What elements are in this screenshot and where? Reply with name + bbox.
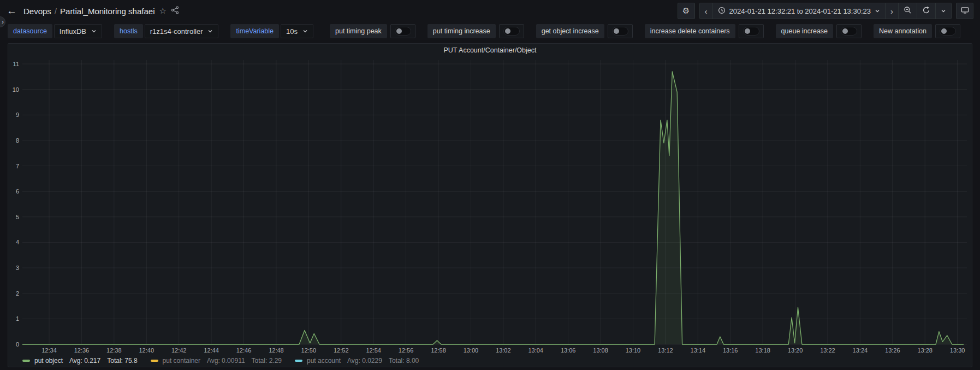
time-shift-back-button[interactable]: ‹: [700, 3, 712, 19]
x-tick-label: 12:44: [204, 347, 219, 354]
x-tick-label: 12:34: [41, 347, 57, 354]
breadcrumb-current[interactable]: Partial_Monitoring shafaei: [60, 7, 155, 16]
x-tick-label: 13:08: [593, 347, 608, 354]
x-tick-label: 13:20: [788, 347, 803, 354]
legend-swatch: [22, 360, 30, 362]
toggle-track: [841, 27, 857, 36]
legend-item-put-container[interactable]: put containerAvg: 0.00911Total: 2.29: [151, 357, 282, 365]
variable-value-dropdown[interactable]: r1z1s4-controller: [145, 24, 219, 38]
chevron-right-icon: ›: [2, 18, 4, 26]
toggle-label: get object increase: [536, 24, 604, 38]
toggle-track: [743, 27, 759, 36]
x-tick-label: 12:56: [399, 347, 414, 354]
time-range-picker[interactable]: 2024-01-21 12:32:21 to 2024-01-21 13:30:…: [712, 3, 886, 19]
legend-avg-value: Avg: 0.00911: [207, 357, 245, 365]
x-tick-label: 13:24: [853, 347, 868, 354]
variable-timevariable: timeVariable10s: [230, 24, 313, 38]
refresh-interval-dropdown[interactable]: [935, 3, 951, 19]
refresh-button[interactable]: [917, 3, 935, 19]
y-tick-label: 6: [16, 188, 19, 195]
toggle-group-put-timing-peak: put timing peak: [330, 24, 415, 38]
chevron-left-icon: ‹: [705, 7, 708, 16]
toggle-group-queue-increase: queue increase: [776, 24, 862, 38]
breadcrumb-root[interactable]: Devops: [23, 7, 51, 16]
x-tick-label: 12:54: [366, 347, 381, 354]
variable-label: hostls: [114, 24, 143, 38]
toggle-track: [395, 27, 411, 36]
toggle-track: [612, 27, 628, 36]
chevron-down-icon: [875, 7, 880, 15]
x-tick-label: 12:40: [139, 347, 154, 354]
dashboard-settings-button[interactable]: ⚙: [678, 3, 695, 19]
x-tick-label: 12:38: [106, 347, 122, 354]
toggle-switch-put-timing-peak[interactable]: [390, 24, 415, 38]
toggle-label: put timing peak: [330, 24, 387, 38]
legend-item-put-object[interactable]: put objectAvg: 0.217Total: 75.8: [22, 357, 138, 365]
x-tick-label: 13:02: [496, 347, 511, 354]
x-tick-label: 12:58: [431, 347, 446, 354]
variable-value-label: InfluxDB: [60, 27, 86, 36]
legend-item-put-account[interactable]: put accountAvg: 0.0229Total: 8.00: [295, 357, 419, 365]
y-tick-label: 10: [13, 86, 19, 93]
share-icon: [171, 6, 179, 16]
legend: put objectAvg: 0.217Total: 75.8put conta…: [22, 357, 419, 365]
chevron-down-icon: [302, 27, 308, 36]
breadcrumb-separator: /: [55, 7, 57, 16]
grafana-dashboard: { "topbar": { "breadcrumb": { "root": "D…: [0, 0, 980, 370]
variable-value-label: r1z1s4-controller: [150, 27, 203, 36]
zoom-out-button[interactable]: [898, 3, 917, 19]
variable-value-dropdown[interactable]: 10s: [281, 24, 313, 38]
toggle-switch-queue-increase[interactable]: [836, 24, 862, 38]
x-tick-label: 13:22: [820, 347, 835, 354]
toggle-knob: [614, 28, 619, 34]
toggle-label: increase delete containers: [645, 24, 735, 38]
y-tick-label: 0: [16, 341, 19, 348]
x-tick-label: 13:18: [755, 347, 770, 354]
legend-series-label[interactable]: put account: [307, 357, 341, 365]
variable-value-dropdown[interactable]: InfluxDB: [54, 24, 102, 38]
toggle-label: put timing increase: [427, 24, 496, 38]
legend-total-value: Total: 75.8: [107, 357, 137, 365]
toggle-switch-new-annotation[interactable]: [935, 24, 960, 38]
back-button[interactable]: ←: [7, 5, 17, 17]
y-tick-label: 4: [16, 239, 19, 245]
share-button[interactable]: [171, 6, 179, 16]
clock-icon: [718, 7, 726, 16]
y-tick-label: 9: [16, 111, 19, 118]
legend-swatch: [151, 360, 158, 362]
zoom-out-icon: [904, 6, 912, 16]
x-tick-label: 12:42: [171, 347, 187, 354]
variable-label: timeVariable: [230, 24, 279, 38]
variable-datasource: datasourceInfluxDB: [8, 24, 102, 38]
timeseries-chart[interactable]: 0123456789101112:3412:3612:3812:4012:421…: [8, 44, 972, 367]
x-tick-label: 13:30: [950, 347, 965, 354]
x-tick-label: 13:14: [691, 347, 706, 354]
panel-title[interactable]: PUT Account/Container/Object: [8, 46, 972, 54]
chevron-down-icon: [91, 27, 97, 36]
legend-avg-value: Avg: 0.217: [69, 357, 100, 365]
variable-label: datasource: [8, 24, 52, 38]
legend-series-label[interactable]: put container: [163, 357, 200, 365]
x-tick-label: 13:16: [723, 347, 738, 354]
arrow-left-icon: ←: [7, 5, 17, 17]
toggle-knob: [745, 28, 750, 34]
toggle-switch-increase-delete-containers[interactable]: [739, 24, 764, 38]
time-controls: ‹ 2024-01-21 12:32:21 to 2024-01-21 13:3…: [699, 3, 952, 19]
time-shift-forward-button[interactable]: ›: [885, 3, 898, 19]
y-tick-label: 8: [16, 137, 19, 144]
toggle-label: queue increase: [776, 24, 833, 38]
cycle-view-mode-button[interactable]: [956, 3, 973, 19]
x-tick-label: 13:00: [464, 347, 479, 354]
variable-hostls: hostlsr1z1s4-controller: [114, 24, 218, 38]
x-tick-label: 13:28: [917, 347, 933, 354]
toggle-switch-put-timing-increase[interactable]: [499, 24, 524, 38]
toggle-switch-get-object-increase[interactable]: [608, 24, 633, 38]
toggle-knob: [505, 28, 510, 34]
toggle-knob: [941, 28, 947, 34]
toggle-knob: [396, 28, 402, 34]
x-tick-label: 13:12: [658, 347, 673, 354]
legend-series-label[interactable]: put object: [34, 357, 63, 365]
star-button[interactable]: ☆: [159, 6, 166, 16]
x-tick-label: 13:06: [561, 347, 576, 354]
top-navigation-bar: ← Devops / Partial_Monitoring shafaei ☆ …: [0, 0, 980, 22]
